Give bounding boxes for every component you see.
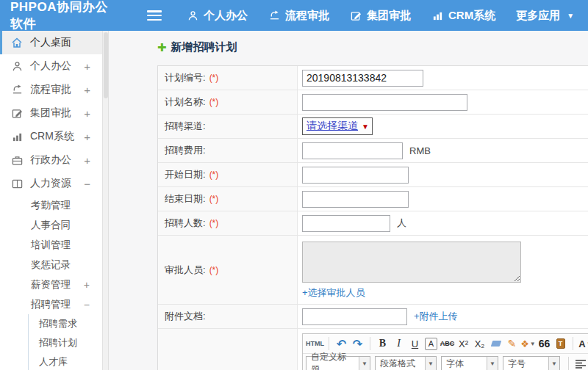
autoformat-icon[interactable]: ❖▼ bbox=[520, 335, 536, 352]
sidebar-item-recruit-mgmt[interactable]: 招聘管理 − bbox=[0, 294, 102, 314]
cost-input[interactable] bbox=[302, 142, 403, 159]
plan-name-input[interactable] bbox=[302, 94, 467, 111]
caret-down-icon: ▼ bbox=[548, 357, 559, 370]
start-date-input[interactable] bbox=[302, 167, 409, 184]
sidebar-item-recruit-demand[interactable]: 招聘需求 bbox=[29, 314, 102, 333]
page-title-text: 新增招聘计划 bbox=[171, 40, 237, 54]
sidebar-item-salary-mgmt[interactable]: 薪资管理 + bbox=[0, 275, 102, 294]
attachment-upload-link[interactable]: +附件上传 bbox=[414, 310, 458, 323]
expand-plus-icon[interactable]: + bbox=[84, 84, 90, 96]
required-mark: (*) bbox=[209, 265, 219, 275]
expand-plus-icon[interactable]: + bbox=[84, 60, 90, 73]
sidebar-subitem-label: 招聘需求 bbox=[39, 317, 77, 330]
required-mark: (*) bbox=[209, 97, 219, 107]
sidebar-item-admin-office[interactable]: 行政办公 + bbox=[0, 148, 102, 172]
topnav-more-apps[interactable]: 更多应用 ▼ bbox=[516, 9, 574, 23]
strikethrough-button[interactable]: ABC bbox=[440, 335, 455, 352]
app-logo: PHPOA协同办公软件 bbox=[0, 0, 131, 32]
collapse-minus-icon[interactable]: − bbox=[84, 178, 90, 190]
sidebar-item-crm-system[interactable]: CRM系统 + bbox=[0, 125, 102, 148]
sidebar-item-personal-office[interactable]: 个人办公 + bbox=[0, 54, 102, 78]
sidebar-item-training-mgmt[interactable]: 培训管理 bbox=[0, 235, 102, 255]
field-label: 计划编号: bbox=[165, 71, 206, 84]
paragraph-format-select[interactable]: 段落格式▼ bbox=[375, 356, 437, 370]
bold-button[interactable]: B bbox=[375, 335, 390, 352]
sidebar-item-group-approval[interactable]: 集团审批 + bbox=[0, 101, 102, 125]
sidebar-subitem-label: 人事合同 bbox=[31, 219, 71, 232]
blockquote-button[interactable]: 66 bbox=[537, 335, 552, 352]
expand-plus-icon[interactable]: + bbox=[84, 107, 90, 120]
attachment-input[interactable] bbox=[302, 308, 407, 325]
font-color-button[interactable]: A▼ bbox=[578, 335, 588, 352]
eraser-icon[interactable] bbox=[488, 335, 503, 352]
book-icon bbox=[11, 178, 23, 189]
expand-plus-icon[interactable]: + bbox=[84, 279, 90, 291]
sidebar-item-talent-pool[interactable]: 人才库 bbox=[29, 352, 102, 370]
sidebar-item-personal-desktop[interactable]: 个人桌面 bbox=[0, 31, 102, 54]
sidebar-item-reward-records[interactable]: 奖惩记录 bbox=[0, 255, 102, 275]
undo-icon[interactable]: ↶ bbox=[334, 335, 349, 352]
underline-button[interactable]: U bbox=[407, 335, 423, 352]
unit-suffix: 人 bbox=[397, 217, 406, 230]
format-brush-icon[interactable]: ✎ bbox=[504, 335, 520, 352]
sidebar: 个人桌面 个人办公 + 流程审批 + 集团审批 + bbox=[0, 31, 103, 370]
required-mark: (*) bbox=[209, 73, 219, 83]
sidebar-item-label: 行政办公 bbox=[30, 153, 71, 167]
edit-icon bbox=[350, 10, 362, 21]
channel-select[interactable]: 请选择渠道 ▼ bbox=[302, 117, 373, 135]
align-left-icon[interactable] bbox=[573, 355, 588, 370]
headcount-input[interactable] bbox=[302, 215, 390, 232]
topnav-workflow-approval[interactable]: 流程审批 bbox=[268, 9, 329, 23]
font-family-select[interactable]: 字体▼ bbox=[441, 356, 498, 370]
sidebar-item-label: 人力资源 bbox=[30, 177, 71, 190]
collapse-minus-icon[interactable]: − bbox=[84, 299, 90, 311]
paste-icon[interactable]: T bbox=[553, 335, 568, 352]
recruit-submenu: 招聘需求 招聘计划 人才库 bbox=[28, 314, 102, 370]
topbar: PHPOA协同办公软件 个人办公 流程审批 集团审批 CRM系统 bbox=[0, 0, 588, 31]
sidebar-item-hr-contract[interactable]: 人事合同 bbox=[0, 215, 102, 235]
sidebar-item-label: 流程审批 bbox=[30, 83, 71, 96]
sidebar-item-recruit-plan[interactable]: 招聘计划 bbox=[29, 333, 102, 352]
edit-icon bbox=[11, 107, 23, 119]
end-date-input[interactable] bbox=[302, 191, 409, 208]
main-content: ✚ 新增招聘计划 计划编号:(*) 计划名称:(*) 招聘渠道: 请选择渠道 ▼ bbox=[109, 31, 588, 370]
form-row-plan-name: 计划名称:(*) bbox=[158, 90, 588, 115]
sidebar-subitem-label: 考勤管理 bbox=[31, 199, 71, 212]
empty-label-cell bbox=[158, 329, 298, 370]
html-source-button[interactable]: HTML bbox=[306, 335, 324, 352]
form-row-cost: 招聘费用: RMB bbox=[158, 139, 588, 163]
approvers-textarea[interactable] bbox=[302, 242, 521, 283]
sidebar-subitem-label: 人才库 bbox=[39, 355, 68, 369]
sidebar-item-human-resources[interactable]: 人力资源 − bbox=[0, 172, 102, 195]
caret-down-icon: ▼ bbox=[567, 12, 574, 20]
topnav-group-approval[interactable]: 集团审批 bbox=[350, 9, 411, 23]
field-label: 招聘渠道: bbox=[165, 120, 206, 133]
heading-select[interactable]: 自定义标题▼ bbox=[306, 356, 370, 370]
expand-plus-icon[interactable]: + bbox=[84, 154, 90, 167]
form-row-headcount: 招聘人数:(*) 人 bbox=[158, 211, 588, 236]
form-row-end-date: 结束日期:(*) bbox=[158, 187, 588, 211]
menu-toggle-icon[interactable] bbox=[147, 10, 162, 21]
superscript-button[interactable]: X² bbox=[456, 335, 471, 352]
required-mark: (*) bbox=[209, 194, 219, 204]
form-row-start-date: 开始日期:(*) bbox=[158, 163, 588, 187]
form-row-channel: 招聘渠道: 请选择渠道 ▼ bbox=[158, 115, 588, 139]
recruit-plan-form: 计划编号:(*) 计划名称:(*) 招聘渠道: 请选择渠道 ▼ bbox=[157, 65, 588, 370]
caret-down-icon: ▼ bbox=[362, 123, 369, 131]
expand-plus-icon[interactable]: + bbox=[84, 131, 90, 143]
autotypeset-button[interactable]: A bbox=[425, 338, 437, 350]
topnav-crm-system[interactable]: CRM系统 bbox=[431, 9, 495, 23]
topnav-personal-office[interactable]: 个人办公 bbox=[187, 9, 248, 23]
plan-number-input[interactable] bbox=[302, 70, 423, 87]
sidebar-item-attendance-mgmt[interactable]: 考勤管理 bbox=[0, 195, 102, 215]
sidebar-scrollbar[interactable] bbox=[103, 31, 109, 370]
sidebar-subitem-label: 薪资管理 bbox=[31, 278, 71, 291]
italic-button[interactable]: I bbox=[391, 335, 406, 352]
redo-icon[interactable]: ↷ bbox=[350, 335, 365, 352]
sidebar-item-workflow-approval[interactable]: 流程审批 + bbox=[0, 78, 102, 101]
sidebar-item-label: 个人办公 bbox=[30, 59, 71, 73]
font-size-select[interactable]: 字号▼ bbox=[503, 356, 560, 370]
select-approvers-link[interactable]: +选择审批人员 bbox=[302, 286, 365, 300]
caret-down-icon: ▼ bbox=[425, 357, 436, 370]
subscript-button[interactable]: X₂ bbox=[472, 335, 487, 352]
